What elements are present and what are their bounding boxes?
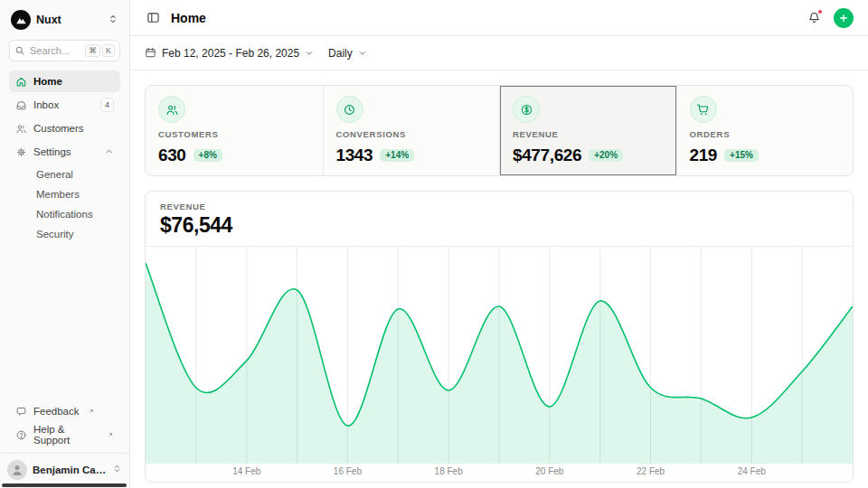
stat-delta-badge: +20%	[589, 149, 623, 162]
stats-row: CUSTOMERS 630 +8% CONVERSIONS 1343 +14%	[145, 85, 854, 176]
x-tick-label: 22 Feb	[637, 466, 665, 476]
workspace-switcher[interactable]: Nuxt	[9, 7, 120, 33]
date-range-picker[interactable]: Feb 12, 2025 - Feb 26, 2025	[145, 47, 314, 60]
sidebar-item-members[interactable]: Members	[9, 184, 120, 204]
sidebar-item-label: Members	[36, 189, 80, 200]
calendar-icon	[145, 47, 156, 59]
stat-card-orders[interactable]: ORDERS 219 +15%	[676, 86, 854, 175]
cart-icon	[690, 96, 717, 123]
notification-dot	[817, 9, 823, 14]
page-content: CUSTOMERS 630 +8% CONVERSIONS 1343 +14%	[130, 70, 868, 488]
stat-card-customers[interactable]: CUSTOMERS 630 +8%	[146, 86, 323, 175]
sidebar-footer: Feedback Help & Support	[9, 400, 120, 449]
dollar-circle-icon	[513, 96, 540, 123]
external-link-icon	[107, 431, 114, 438]
chart-header: REVENUE $76,544	[146, 192, 853, 247]
inbox-icon	[15, 99, 27, 111]
sidebar-item-label: Inbox	[33, 99, 59, 110]
settings-children: General Members Notifications Security	[9, 164, 120, 244]
sidebar-item-security[interactable]: Security	[9, 224, 120, 244]
chart-current-value: $76,544	[160, 213, 838, 238]
stat-value: $477,626	[513, 145, 581, 165]
add-button[interactable]	[834, 8, 854, 28]
notifications-button[interactable]	[806, 9, 823, 26]
help-circle-icon	[15, 429, 27, 441]
user-menu-button[interactable]: Benjamin Canac	[7, 458, 122, 482]
sidebar-item-label: Customers	[33, 123, 84, 134]
inbox-count-badge: 4	[100, 98, 114, 112]
help-support-link[interactable]: Help & Support	[9, 424, 120, 446]
sidebar-item-general[interactable]: General	[9, 164, 120, 184]
home-icon	[15, 76, 27, 88]
stat-card-conversions[interactable]: CONVERSIONS 1343 +14%	[323, 86, 500, 175]
sidebar-item-inbox[interactable]: Inbox 4	[9, 94, 120, 116]
app-root: Nuxt Search... ⌘K Home I	[0, 0, 868, 488]
stat-label: CUSTOMERS	[158, 129, 310, 139]
search-icon	[14, 45, 25, 56]
x-tick-label: 16 Feb	[334, 466, 362, 476]
revenue-chart-svg	[146, 247, 853, 464]
plus-icon	[838, 13, 849, 23]
stat-delta-badge: +8%	[193, 149, 222, 162]
workspace-name: Nuxt	[36, 14, 61, 26]
chevron-down-icon	[305, 49, 314, 58]
sidebar-item-notifications[interactable]: Notifications	[9, 204, 120, 224]
sidebar-item-label: Feedback	[33, 406, 80, 417]
kbd-k: K	[102, 44, 115, 58]
chevron-up-down-icon	[108, 14, 118, 27]
page-title: Home	[171, 11, 206, 25]
search-shortcut: ⌘K	[85, 44, 115, 58]
stat-card-revenue[interactable]: REVENUE $477,626 +20%	[499, 86, 676, 175]
sidebar-nav: Home Inbox 4 Customers Settings	[9, 70, 120, 244]
sidebar-item-label: Settings	[33, 146, 71, 157]
stat-delta-badge: +14%	[380, 149, 414, 162]
chevron-up-icon	[104, 146, 114, 158]
chevron-up-down-icon	[112, 464, 122, 476]
horizontal-scrollbar[interactable]	[2, 483, 127, 487]
user-name: Benjamin Canac	[33, 465, 107, 475]
chart-plot-area	[146, 247, 853, 464]
sidebar-item-customers[interactable]: Customers	[9, 117, 120, 139]
nuxt-logo-icon	[11, 10, 31, 30]
chart-title: REVENUE	[160, 202, 838, 211]
stat-label: ORDERS	[690, 129, 841, 139]
sidebar-item-settings[interactable]: Settings	[9, 141, 120, 163]
x-tick-label: 24 Feb	[738, 466, 766, 476]
granularity-select[interactable]: Daily	[328, 47, 367, 60]
sidebar-item-label: General	[36, 169, 73, 180]
avatar	[7, 460, 27, 480]
sidebar-item-label: Security	[36, 229, 74, 239]
sidebar-item-label: Notifications	[36, 209, 93, 220]
users-icon	[158, 96, 185, 123]
clock-icon	[336, 96, 363, 123]
stat-value: 219	[690, 145, 718, 165]
granularity-label: Daily	[328, 47, 353, 60]
x-tick-label: 18 Feb	[435, 466, 463, 476]
collapse-sidebar-button[interactable]	[145, 9, 162, 26]
users-icon	[15, 123, 27, 135]
date-range-label: Feb 12, 2025 - Feb 26, 2025	[162, 47, 299, 60]
main-panel: Home Feb 12, 2	[130, 0, 868, 488]
revenue-chart-card: REVENUE $76,544 14 Feb16 Feb18 Feb20 Feb…	[145, 191, 854, 483]
chevron-down-icon	[358, 49, 367, 58]
stat-value: 1343	[336, 145, 373, 165]
header-actions	[806, 8, 854, 28]
stat-label: REVENUE	[513, 129, 664, 139]
gear-icon	[15, 146, 27, 158]
sidebar-item-label: Home	[33, 76, 62, 87]
stat-label: CONVERSIONS	[336, 129, 487, 139]
sidebar-item-label: Help & Support	[33, 424, 99, 446]
sidebar-item-home[interactable]: Home	[9, 70, 120, 92]
x-tick-label: 20 Feb	[535, 466, 563, 476]
external-link-icon	[88, 408, 95, 415]
search-placeholder: Search...	[30, 45, 80, 56]
page-header: Home	[130, 0, 868, 36]
chat-bubble-icon	[15, 406, 27, 418]
sidebar: Nuxt Search... ⌘K Home I	[0, 0, 130, 488]
panel-left-icon	[146, 11, 160, 24]
stat-delta-badge: +15%	[724, 149, 759, 162]
kbd-cmd: ⌘	[85, 44, 100, 58]
search-input[interactable]: Search... ⌘K	[9, 40, 120, 61]
x-axis-ticks: 14 Feb16 Feb18 Feb20 Feb22 Feb24 Feb	[146, 464, 853, 482]
feedback-link[interactable]: Feedback	[9, 400, 120, 422]
